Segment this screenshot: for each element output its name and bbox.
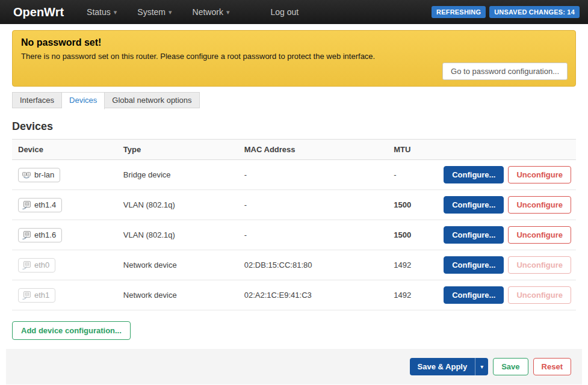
mac-address-cell: - (238, 220, 388, 250)
table-row: br-lanBridge device--Configure...Unconfi… (12, 160, 576, 190)
table-header-row: Device Type MAC Address MTU (12, 140, 576, 160)
device-cell: eth0 (12, 250, 117, 280)
configure-button-eth1.4[interactable]: Configure... (444, 196, 504, 214)
table-row: eth0Network device02:DB:15:CC:81:801492C… (12, 250, 576, 280)
unconfigure-button-eth1.4[interactable]: Unconfigure (508, 196, 571, 214)
type-cell: Bridge device (117, 160, 238, 190)
refreshing-badge[interactable]: REFRESHING (432, 6, 486, 18)
menu-logout-label: Log out (270, 7, 299, 17)
table-row: eth1Network device02:A2:1C:E9:41:C31492C… (12, 280, 576, 310)
top-navbar: OpenWrt Status ▾ System ▾ Network ▾ Log … (0, 0, 588, 24)
device-name-label: br-lan (34, 170, 54, 179)
tab-devices[interactable]: Devices (62, 92, 105, 109)
unconfigure-button-eth0: Unconfigure (508, 256, 571, 274)
go-to-password-configuration-button[interactable]: Go to password configuration... (442, 63, 568, 80)
ethernet-port-icon (22, 230, 31, 240)
actions-cell: Configure...Unconfigure (438, 160, 576, 190)
device-cell: eth1.6 (12, 220, 117, 250)
page-title: Devices (12, 120, 576, 133)
column-header-actions (438, 140, 576, 160)
main-menu: Status ▾ System ▾ Network ▾ Log out (87, 7, 299, 17)
mtu-cell: 1500 (388, 190, 438, 220)
unsaved-changes-badge[interactable]: UNSAVED CHANGES: 14 (489, 6, 580, 18)
menu-status-label: Status (87, 7, 111, 17)
chevron-down-icon: ▾ (226, 9, 230, 16)
device-cell: br-lan (12, 160, 117, 190)
mtu-cell: 1492 (388, 250, 438, 280)
configure-button-eth0[interactable]: Configure... (444, 256, 504, 274)
mac-address-cell: - (238, 190, 388, 220)
mtu-cell: - (388, 160, 438, 190)
table-row: eth1.4VLAN (802.1q)-1500Configure...Unco… (12, 190, 576, 220)
alert-message: There is no password set on this router.… (21, 52, 567, 61)
configure-button-eth1[interactable]: Configure... (444, 286, 504, 304)
column-header-mac: MAC Address (238, 140, 388, 160)
configure-button-eth1.6[interactable]: Configure... (444, 226, 504, 244)
device-chip-eth1[interactable]: eth1 (18, 288, 55, 303)
mtu-cell: 1500 (388, 220, 438, 250)
configure-button-br-lan[interactable]: Configure... (444, 166, 504, 183)
mac-address-cell: 02:DB:15:CC:81:80 (238, 250, 388, 280)
unconfigure-button-eth1: Unconfigure (508, 286, 571, 304)
device-chip-br-lan[interactable]: br-lan (18, 168, 60, 182)
bridge-icon (22, 170, 31, 180)
unconfigure-button-eth1.6[interactable]: Unconfigure (508, 226, 571, 244)
alert-title: No password set! (21, 37, 567, 48)
type-cell: VLAN (802.1q) (117, 190, 238, 220)
chevron-down-icon: ▾ (169, 9, 172, 16)
network-tabs: Interfaces Devices Global network option… (12, 92, 576, 108)
unconfigure-button-br-lan[interactable]: Unconfigure (508, 166, 571, 183)
tab-global-network-options[interactable]: Global network options (105, 92, 199, 108)
type-cell: VLAN (802.1q) (117, 220, 238, 250)
device-cell: eth1 (12, 280, 117, 310)
column-header-mtu: MTU (388, 140, 438, 160)
device-cell: eth1.4 (12, 190, 117, 220)
menu-system[interactable]: System ▾ (137, 7, 172, 17)
menu-logout[interactable]: Log out (270, 7, 299, 17)
actions-cell: Configure...Unconfigure (438, 280, 576, 310)
column-header-device: Device (12, 140, 117, 160)
device-chip-eth0[interactable]: eth0 (18, 258, 55, 273)
chevron-down-icon: ▾ (480, 363, 483, 370)
devices-table: Device Type MAC Address MTU br-lanBridge… (12, 139, 576, 310)
tab-interfaces[interactable]: Interfaces (12, 92, 62, 108)
brand-logo[interactable]: OpenWrt (13, 5, 64, 19)
device-chip-eth1.4[interactable]: eth1.4 (18, 198, 62, 212)
menu-network-label: Network (193, 7, 223, 17)
mac-address-cell: - (238, 160, 388, 190)
actions-cell: Configure...Unconfigure (438, 220, 576, 250)
ethernet-port-icon (22, 200, 31, 210)
ethernet-port-icon (22, 260, 31, 270)
mac-address-cell: 02:A2:1C:E9:41:C3 (238, 280, 388, 310)
menu-network[interactable]: Network ▾ (193, 7, 230, 17)
menu-system-label: System (137, 7, 166, 17)
page-actions-bar: Save & Apply ▾ Save Reset (6, 349, 582, 384)
mtu-cell: 1492 (388, 280, 438, 310)
device-name-label: eth0 (34, 260, 49, 270)
menu-status[interactable]: Status ▾ (87, 7, 117, 17)
type-cell: Network device (117, 250, 238, 280)
reset-button[interactable]: Reset (533, 358, 571, 375)
save-apply-split-button: Save & Apply ▾ (410, 358, 489, 375)
save-apply-dropdown-button[interactable]: ▾ (475, 358, 488, 375)
chevron-down-icon: ▾ (114, 9, 117, 16)
no-password-alert: No password set! There is no password se… (12, 30, 576, 87)
save-apply-button[interactable]: Save & Apply (410, 358, 476, 375)
actions-cell: Configure...Unconfigure (438, 190, 576, 220)
device-name-label: eth1.6 (34, 230, 56, 239)
add-device-configuration-button[interactable]: Add device configuration... (12, 321, 131, 340)
device-name-label: eth1 (34, 291, 49, 300)
page-content: No password set! There is no password se… (0, 30, 588, 340)
actions-cell: Configure...Unconfigure (438, 250, 576, 280)
device-chip-eth1.6[interactable]: eth1.6 (18, 228, 62, 242)
device-name-label: eth1.4 (34, 200, 56, 209)
type-cell: Network device (117, 280, 238, 310)
table-row: eth1.6VLAN (802.1q)-1500Configure...Unco… (12, 220, 576, 250)
save-button[interactable]: Save (493, 358, 528, 375)
column-header-type: Type (117, 140, 238, 160)
navbar-badges: REFRESHING UNSAVED CHANGES: 14 (432, 6, 580, 18)
ethernet-port-icon (22, 291, 31, 300)
